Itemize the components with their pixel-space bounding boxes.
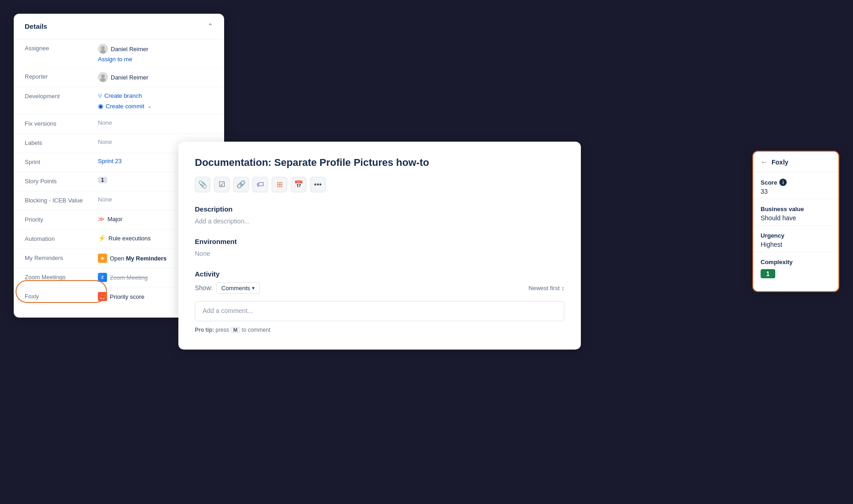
tag-button[interactable]: 🏷	[252, 177, 268, 192]
development-row: Development ⑂ Create branch ◉ Create com…	[14, 87, 224, 115]
priority-icon: ≫	[98, 215, 105, 223]
fix-versions-row: Fix versions None	[14, 115, 224, 134]
sprint-value[interactable]: Sprint 23	[98, 158, 122, 164]
m-key-badge: M	[231, 327, 240, 333]
sprint-label: Sprint	[25, 158, 98, 165]
foxly-panel-title: Foxly	[772, 159, 789, 166]
outlook-button[interactable]: 📅	[291, 177, 306, 192]
score-label: Score i	[761, 179, 831, 186]
attachment-button[interactable]: 📎	[195, 177, 210, 192]
automation-icon: ⚡	[98, 234, 106, 242]
toolbar: 📎 ☑ 🔗 🏷 ⊞ 📅 •••	[195, 177, 564, 192]
issue-title: Documentation: Separate Profile Pictures…	[195, 156, 564, 170]
complexity-section: Complexity 1	[753, 252, 838, 282]
fix-versions-label: Fix versions	[25, 119, 98, 127]
svg-point-1	[101, 46, 105, 50]
development-value: ⑂ Create branch ◉ Create commit ⌄	[98, 92, 213, 110]
reminders-icon: ★	[98, 254, 107, 263]
foxly-app-icon: 🦊	[98, 292, 107, 301]
score-value: 33	[761, 188, 831, 195]
collapse-icon[interactable]: ⌃	[207, 22, 213, 31]
urgency-section: Urgency Highest	[753, 226, 838, 252]
zoom-icon: Z	[98, 273, 107, 282]
details-header: Details ⌃	[14, 14, 224, 39]
story-points-label: Story Points	[25, 177, 98, 185]
show-row: Show: Comments ▾	[195, 282, 260, 294]
complexity-label: Complexity	[761, 259, 831, 265]
checklist-button[interactable]: ☑	[214, 177, 230, 192]
description-label: Description	[195, 205, 564, 213]
environment-label: Environment	[195, 238, 564, 245]
link-button[interactable]: 🔗	[233, 177, 249, 192]
description-placeholder[interactable]: Add a description...	[195, 218, 564, 225]
urgency-label: Urgency	[761, 232, 831, 239]
pro-tip: Pro tip: press M to comment	[195, 327, 564, 333]
assignee-row: Assignee Daniel Reimer Assign to me	[14, 39, 224, 68]
pro-tip-end: to comment	[242, 327, 271, 333]
svg-point-2	[100, 50, 106, 53]
back-icon[interactable]: ←	[761, 158, 768, 166]
create-commit-link[interactable]: ◉ Create commit	[98, 102, 145, 110]
business-value-section: Business value Should have	[753, 199, 838, 226]
translate-button[interactable]: ⊞	[272, 177, 287, 192]
activity-label: Activity	[195, 270, 564, 278]
comment-input[interactable]: Add a comment...	[195, 301, 564, 321]
show-label: Show:	[195, 284, 213, 292]
pro-tip-label: Pro tip:	[195, 327, 214, 333]
activity-header: Show: Comments ▾ Newest first ↕	[195, 282, 564, 294]
comment-placeholder: Add a comment...	[203, 307, 253, 314]
sort-icon: ↕	[562, 285, 565, 292]
automation-label: Automation	[25, 234, 98, 242]
create-branch-link[interactable]: ⑂ Create branch	[98, 92, 142, 100]
assignee-avatar	[98, 44, 108, 54]
comments-dropdown[interactable]: Comments ▾	[216, 282, 260, 294]
commit-chevron-icon[interactable]: ⌄	[147, 103, 152, 109]
business-value-label: Business value	[761, 206, 831, 212]
development-label: Development	[25, 92, 98, 100]
assignee-label: Assignee	[25, 44, 98, 52]
blocking-label: Blocking - ICEB Value	[25, 196, 98, 204]
complexity-badge: 1	[761, 269, 775, 278]
description-section: Description Add a description...	[195, 205, 564, 225]
details-title: Details	[25, 22, 47, 30]
business-value-value: Should have	[761, 214, 831, 222]
urgency-value: Highest	[761, 241, 831, 248]
reporter-row: Reporter Daniel Reimer	[14, 68, 224, 87]
svg-point-5	[100, 78, 106, 82]
environment-value: None	[195, 250, 564, 257]
reporter-name: Daniel Reimer	[111, 74, 148, 81]
reporter-label: Reporter	[25, 72, 98, 80]
comments-chevron-icon: ▾	[252, 285, 255, 291]
pro-tip-press: press	[215, 327, 231, 333]
foxly-panel-header: ← Foxly	[753, 152, 838, 172]
branch-icon: ⑂	[98, 92, 102, 100]
score-section: Score i 33	[753, 172, 838, 199]
newest-first[interactable]: Newest first ↕	[529, 285, 564, 292]
create-commit-row: ◉ Create commit ⌄	[98, 102, 152, 110]
reporter-avatar	[98, 72, 108, 82]
more-button[interactable]: •••	[310, 177, 326, 192]
priority-label: Priority	[25, 215, 98, 223]
score-info-icon[interactable]: i	[779, 179, 787, 186]
foxly-label: Foxly	[25, 292, 98, 300]
main-panel: Documentation: Separate Profile Pictures…	[178, 142, 581, 350]
assignee-name: Daniel Reimer	[111, 46, 148, 53]
zoom-label: Zoom Meetings	[25, 273, 98, 281]
fix-versions-value: None	[98, 119, 213, 126]
reminders-label: My Reminders	[25, 254, 98, 261]
environment-section: Environment None	[195, 238, 564, 257]
svg-point-4	[101, 74, 105, 78]
commit-icon: ◉	[98, 102, 103, 110]
foxly-panel: ← Foxly Score i 33 Business value Should…	[752, 151, 839, 292]
assignee-value: Daniel Reimer Assign to me	[98, 44, 213, 63]
labels-label: Labels	[25, 138, 98, 146]
reporter-value: Daniel Reimer	[98, 72, 213, 82]
assign-to-me-link[interactable]: Assign to me	[98, 56, 132, 63]
story-points-badge: 1	[98, 177, 107, 183]
activity-section: Activity Show: Comments ▾ Newest first ↕…	[195, 270, 564, 333]
comments-option: Comments	[221, 285, 250, 292]
